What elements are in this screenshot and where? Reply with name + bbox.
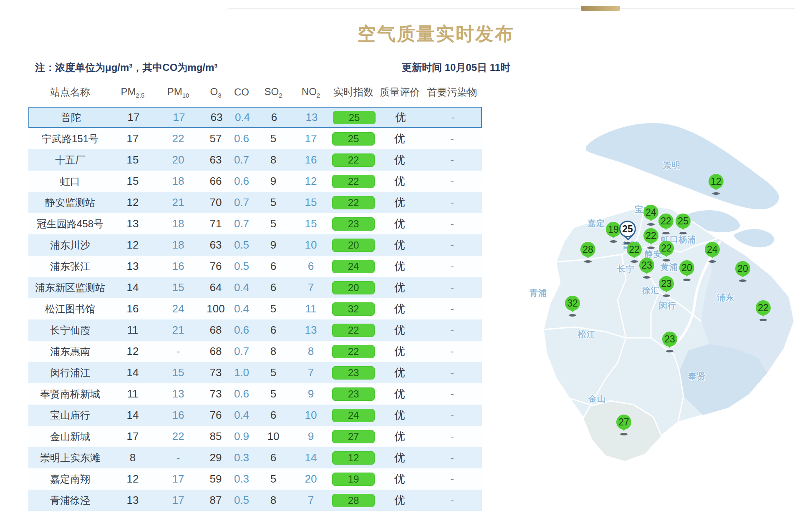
marker-value: 22 [756, 300, 771, 315]
table-row[interactable]: 嘉定南翔 12 17 59 0.3 5 20 19 优 - [28, 468, 482, 490]
station-name: 浦东惠南 [28, 345, 112, 358]
aqi-badge: 20 [332, 281, 375, 294]
table-row[interactable]: 普陀 17 17 63 0.4 6 13 25 优 - [28, 107, 482, 128]
pollutant-value: - [422, 387, 482, 400]
pm10-value: 15 [154, 366, 203, 379]
o3-value: 68 [203, 324, 229, 337]
column-header: 实时指数 [330, 86, 377, 99]
pollutant-value: - [422, 239, 482, 251]
column-header: 站点名称 [28, 86, 112, 99]
index-cell: 20 [330, 281, 377, 294]
pm10-value: 13 [154, 387, 203, 400]
pm10-value: - [154, 451, 203, 464]
marker-shadow [666, 350, 673, 352]
o3-value: 73 [203, 387, 229, 400]
map-marker[interactable]: 12 [709, 174, 724, 196]
table-row[interactable]: 青浦徐泾 13 17 87 0.5 8 7 28 优 - [28, 490, 482, 511]
map-marker[interactable]: 22 [643, 228, 658, 250]
map-marker[interactable]: 22 [756, 300, 771, 322]
marker-value: 24 [643, 205, 658, 220]
pm10-value: 22 [154, 132, 203, 145]
map-marker[interactable]: 28 [580, 242, 595, 264]
co-value: 0.6 [229, 132, 255, 145]
station-name: 浦东新区监测站 [28, 281, 112, 294]
pollutant-value: - [422, 260, 482, 273]
marker-shadow [620, 433, 628, 435]
co-value: 0.4 [229, 111, 255, 124]
pm25-value: 12 [112, 345, 154, 358]
so2-value: 6 [255, 260, 292, 273]
no2-value: 8 [292, 345, 330, 358]
map-marker[interactable]: 23 [659, 276, 674, 298]
index-cell: 25 [330, 132, 377, 146]
table-row[interactable]: 虹口 15 18 66 0.6 9 12 22 优 - [28, 171, 482, 192]
column-header: PM2.5 [112, 86, 154, 99]
table-row[interactable]: 浦东新区监测站 14 15 64 0.4 6 7 20 优 - [28, 277, 482, 298]
map-marker[interactable]: 25 [620, 222, 635, 244]
marker-shadow [647, 223, 655, 226]
o3-value: 71 [203, 217, 229, 230]
no2-value: 10 [292, 239, 330, 251]
table-row[interactable]: 宝山庙行 14 16 76 0.4 6 10 24 优 - [28, 405, 482, 426]
o3-value: 63 [203, 239, 229, 251]
table-row[interactable]: 金山新城 17 22 85 0.9 10 9 27 优 - [28, 426, 482, 447]
gold-tab-decoration [581, 6, 620, 11]
pm10-value: - [154, 345, 203, 358]
pm25-value: 14 [112, 281, 154, 294]
map-marker[interactable]: 24 [643, 205, 658, 226]
table-row[interactable]: 奉贤南桥新城 11 13 73 0.6 5 9 23 优 - [28, 383, 482, 405]
map-marker[interactable]: 25 [676, 214, 691, 235]
map-marker[interactable]: 20 [679, 260, 694, 282]
map-marker[interactable]: 23 [639, 258, 654, 279]
map-marker[interactable]: 24 [705, 242, 720, 264]
page-title: 空气质量实时发布 [348, 22, 524, 46]
map-marker[interactable]: 22 [659, 241, 674, 262]
pm25-value: 11 [112, 387, 154, 400]
column-header: NO2 [292, 86, 330, 99]
station-name: 长宁仙霞 [28, 324, 112, 337]
pollutant-value: - [422, 196, 482, 209]
map-marker[interactable]: 32 [565, 296, 580, 317]
pm10-value: 24 [154, 302, 203, 315]
table-row[interactable]: 松江图书馆 16 24 100 0.4 5 11 32 优 - [28, 298, 482, 319]
column-header: 首要污染物 [422, 86, 482, 99]
pollutant-value: - [422, 473, 482, 485]
o3-value: 57 [203, 132, 229, 145]
map-marker[interactable]: 20 [735, 261, 750, 283]
no2-value: 11 [292, 302, 330, 315]
quality-value: 优 [377, 131, 422, 146]
pm10-value: 17 [154, 111, 204, 124]
table-row[interactable]: 十五厂 15 20 63 0.7 8 16 22 优 - [28, 149, 482, 171]
pollutant-value: - [422, 345, 482, 358]
pm25-value: 15 [112, 153, 154, 166]
aqi-badge: 12 [332, 451, 375, 465]
table-row[interactable]: 长宁仙霞 11 21 68 0.6 6 13 22 优 - [28, 319, 482, 341]
index-cell: 23 [330, 366, 377, 380]
station-table: 站点名称PM2.5PM10O3COSO2NO2实时指数质量评价首要污染物 普陀 … [28, 81, 482, 103]
chongming-island-shape [586, 123, 779, 209]
no2-value: 10 [292, 409, 330, 422]
station-name: 普陀 [29, 111, 113, 124]
table-row[interactable]: 闵行浦江 14 15 73 1.0 5 7 23 优 - [28, 362, 482, 383]
column-header: PM10 [154, 86, 203, 99]
table-row[interactable]: 浦东川沙 12 18 63 0.5 9 10 20 优 - [28, 234, 482, 256]
map-marker[interactable]: 19 [606, 222, 621, 244]
pollutant-value: - [422, 324, 482, 337]
table-row[interactable]: 浦东惠南 12 - 68 0.7 8 8 22 优 - [28, 341, 482, 362]
marker-shadow [584, 260, 592, 263]
column-header: CO [229, 86, 255, 98]
map-marker[interactable]: 22 [658, 214, 673, 235]
district-label: 徐汇 [642, 285, 660, 296]
table-row[interactable]: 宁武路151号 17 22 57 0.6 5 17 25 优 - [28, 128, 482, 149]
table-row[interactable]: 冠生园路458号 13 18 71 0.7 5 15 23 优 - [28, 213, 482, 234]
table-row[interactable]: 浦东张江 13 16 76 0.5 6 6 24 优 - [28, 256, 482, 277]
district-label: 崇明 [663, 160, 681, 171]
table-row[interactable]: 静安监测站 12 21 70 0.7 5 15 22 优 - [28, 192, 482, 213]
map-marker[interactable]: 23 [662, 332, 677, 353]
station-name: 十五厂 [28, 153, 112, 167]
marker-value: 23 [659, 276, 674, 291]
marker-value: 20 [735, 261, 750, 276]
quality-value: 优 [377, 408, 422, 422]
map-marker[interactable]: 27 [616, 415, 631, 436]
table-row[interactable]: 崇明上实东滩 8 - 29 0.3 6 14 12 优 - [28, 447, 482, 468]
